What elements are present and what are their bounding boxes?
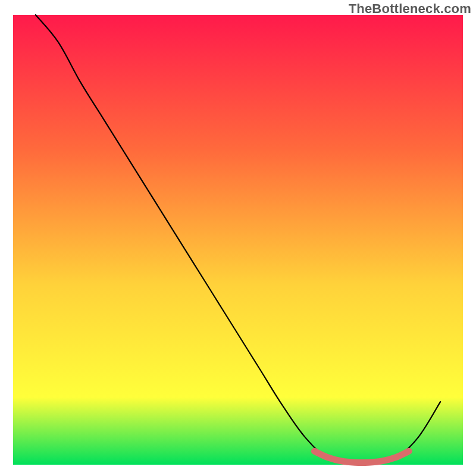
chart-svg — [0, 0, 476, 476]
bottleneck-chart: TheBottleneck.com — [0, 0, 476, 476]
watermark-text: TheBottleneck.com — [349, 1, 471, 17]
